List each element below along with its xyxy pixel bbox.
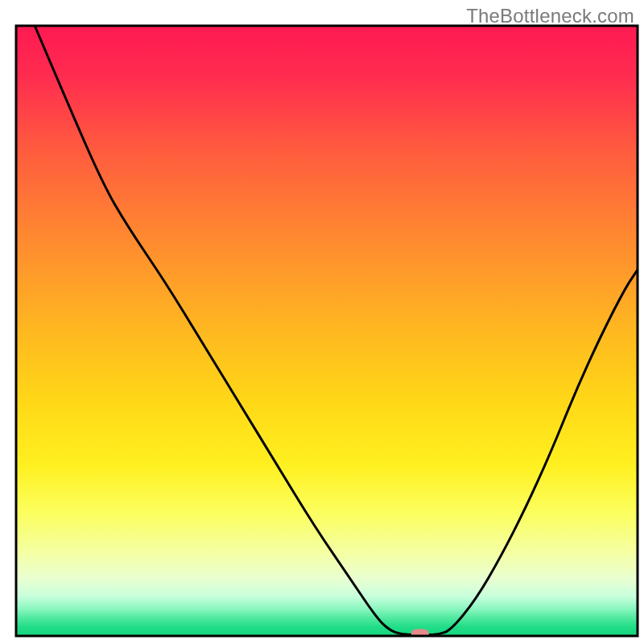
watermark-text: TheBottleneck.com (466, 5, 634, 27)
chart-container: TheBottleneck.com (0, 0, 644, 644)
bottleneck-chart (0, 0, 644, 644)
optimal-marker (411, 629, 429, 640)
